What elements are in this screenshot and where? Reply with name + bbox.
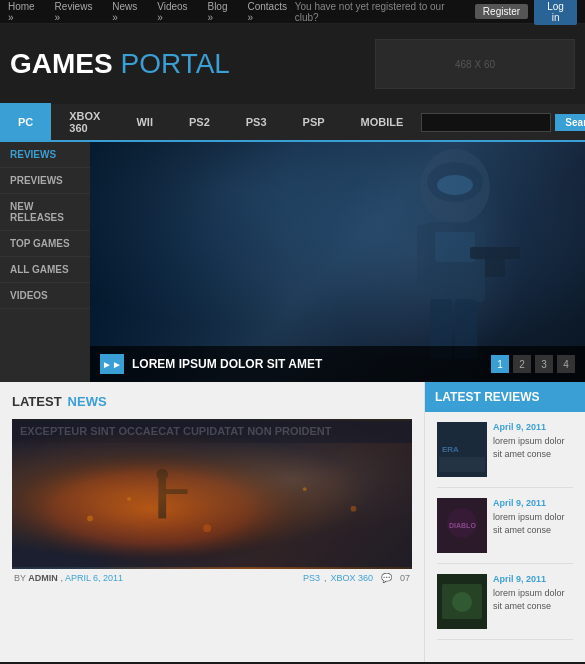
platform-ps3[interactable]: PS3 [228, 103, 285, 141]
review-text-1: lorem ipsum dolor sit amet conse [493, 435, 573, 460]
news-admin-name: ADMIN [28, 573, 58, 583]
review-thumb-2: DIABLO [437, 498, 487, 553]
sidebar-item-reviews[interactable]: REVIEWS [0, 142, 90, 168]
reviews-title-static: LATEST [435, 390, 481, 404]
hero-arrow-icon[interactable]: ►► [100, 354, 124, 374]
hero-caption: ►► LOREM IPSUM DOLOR SIT AMET 1 2 3 4 [90, 346, 585, 382]
review-thumb-2-img: DIABLO [437, 498, 487, 553]
hero-page-4[interactable]: 4 [557, 355, 575, 373]
comment-count: 07 [400, 573, 410, 583]
search-input[interactable] [421, 113, 551, 132]
svg-text:DIABLO: DIABLO [449, 522, 476, 529]
review-date-2: April 9, 2011 [493, 498, 573, 508]
svg-rect-13 [12, 421, 412, 567]
svg-point-19 [203, 524, 211, 532]
news-meta-left: BY ADMIN , APRIL 6, 2011 [14, 573, 123, 583]
review-text-3: lorem ipsum dolor sit amet conse [493, 587, 573, 612]
platform-wii[interactable]: Wii [118, 103, 171, 141]
nav-videos[interactable]: Videos » [157, 1, 195, 23]
register-button[interactable]: Register [475, 4, 528, 19]
sidebar: REVIEWS PREVIEWS NEW RELEASES TOP GAMES … [0, 142, 90, 382]
latest-news-header: LATEST NEWS [12, 394, 412, 409]
news-tag-xbox360[interactable]: XBOX 360 [330, 573, 373, 583]
news-meta-right: PS3 , XBOX 360 💬 07 [303, 573, 410, 583]
top-bar: Home » Reviews » News » Videos » Blog » … [0, 0, 585, 24]
login-button[interactable]: Log in [534, 0, 577, 25]
news-image-container: EXCEPTEUR SINT OCCAECAT CUPIDATAT NON PR… [12, 419, 412, 583]
hero-page-2[interactable]: 2 [513, 355, 531, 373]
reviews-header-title: LATEST REVIEWS [435, 390, 539, 404]
ad-banner: 468 X 60 [375, 39, 575, 89]
news-image-svg [12, 419, 412, 569]
review-info-3: April 9, 2011 lorem ipsum dolor sit amet… [493, 574, 573, 629]
svg-point-30 [452, 592, 472, 612]
platform-psp[interactable]: PSP [285, 103, 343, 141]
latest-news-title-static: LATEST [12, 394, 62, 409]
hero-slider: ►► LOREM IPSUM DOLOR SIT AMET 1 2 3 4 [90, 142, 585, 382]
news-tag-ps3[interactable]: PS3 [303, 573, 320, 583]
svg-point-18 [127, 497, 131, 501]
sidebar-item-previews[interactable]: PREVIEWS [0, 168, 90, 194]
nav-contacts[interactable]: Contacts » [248, 1, 295, 23]
nav-home[interactable]: Home » [8, 1, 43, 23]
review-text-2: lorem ipsum dolor sit amet conse [493, 511, 573, 536]
top-nav: Home » Reviews » News » Videos » Blog » … [8, 1, 295, 23]
platform-nav: PC XBOX 360 Wii PS2 PS3 PSP Mobile Searc… [0, 104, 585, 142]
news-meta: BY ADMIN , APRIL 6, 2011 PS3 , XBOX 360 … [12, 573, 412, 583]
svg-rect-12 [12, 421, 412, 567]
hero-pagination: 1 2 3 4 [491, 355, 575, 373]
review-item-3: April 9, 2011 lorem ipsum dolor sit amet… [437, 574, 573, 640]
hero-page-3[interactable]: 3 [535, 355, 553, 373]
club-text: You have not yet registered to our club? [295, 1, 469, 23]
search-button[interactable]: Search [555, 114, 585, 131]
bottom-section: LATEST NEWS [0, 382, 585, 662]
nav-reviews[interactable]: Reviews » [55, 1, 101, 23]
review-item-1: ERA April 9, 2011 lorem ipsum dolor sit … [437, 422, 573, 488]
latest-news: LATEST NEWS [0, 382, 425, 662]
header: GAMES PORTAL 468 X 60 [0, 24, 585, 104]
nav-blog[interactable]: Blog » [207, 1, 235, 23]
comment-icon: 💬 [381, 573, 392, 583]
svg-point-15 [156, 469, 168, 481]
svg-point-21 [351, 506, 357, 512]
search-area: Search [421, 113, 585, 132]
platform-ps2[interactable]: PS2 [171, 103, 228, 141]
news-main-image: EXCEPTEUR SINT OCCAECAT CUPIDATAT NON PR… [12, 419, 412, 569]
platform-pc[interactable]: PC [0, 103, 51, 141]
news-title-bar: EXCEPTEUR SINT OCCAECAT CUPIDATAT NON PR… [12, 419, 412, 443]
reviews-header: LATEST REVIEWS [425, 382, 585, 412]
sidebar-item-top-games[interactable]: TOP GAMES [0, 231, 90, 257]
news-article-title: EXCEPTEUR SINT OCCAECAT CUPIDATAT NON PR… [20, 425, 404, 437]
platform-xbox360[interactable]: XBOX 360 [51, 103, 118, 141]
review-thumb-3-img [437, 574, 487, 629]
logo: GAMES PORTAL [10, 48, 230, 80]
news-tags: PS3 , XBOX 360 [303, 573, 373, 583]
svg-point-17 [87, 515, 93, 521]
logo-games: GAMES [10, 48, 113, 79]
nav-news[interactable]: News » [112, 1, 145, 23]
svg-rect-16 [163, 489, 187, 494]
hero-page-1[interactable]: 1 [491, 355, 509, 373]
sidebar-item-all-games[interactable]: ALL GAMES [0, 257, 90, 283]
hero-title: LOREM IPSUM DOLOR SIT AMET [132, 357, 322, 371]
review-thumb-1: ERA [437, 422, 487, 477]
main-wrapper: REVIEWS PREVIEWS NEW RELEASES TOP GAMES … [0, 142, 585, 382]
review-thumb-3 [437, 574, 487, 629]
latest-reviews: LATEST REVIEWS ERA April 9, 2011 lorem i… [425, 382, 585, 662]
platform-mobile[interactable]: Mobile [343, 103, 422, 141]
review-thumb-1-img: ERA [437, 422, 487, 477]
top-bar-right: You have not yet registered to our club?… [295, 0, 577, 25]
sidebar-item-new-releases[interactable]: NEW RELEASES [0, 194, 90, 231]
review-date-3: April 9, 2011 [493, 574, 573, 584]
svg-text:ERA: ERA [442, 445, 459, 454]
svg-rect-24 [439, 457, 485, 472]
news-date: APRIL 6, 2011 [65, 573, 123, 583]
sidebar-item-videos[interactable]: VIDEOS [0, 283, 90, 309]
latest-news-title-highlight: NEWS [68, 394, 107, 409]
hero-caption-left: ►► LOREM IPSUM DOLOR SIT AMET [100, 354, 322, 374]
review-info-2: April 9, 2011 lorem ipsum dolor sit amet… [493, 498, 573, 553]
logo-portal: PORTAL [113, 48, 230, 79]
review-date-1: April 9, 2011 [493, 422, 573, 432]
news-by-label: BY [14, 573, 26, 583]
reviews-title-highlight2: REVIEWS [484, 390, 539, 404]
